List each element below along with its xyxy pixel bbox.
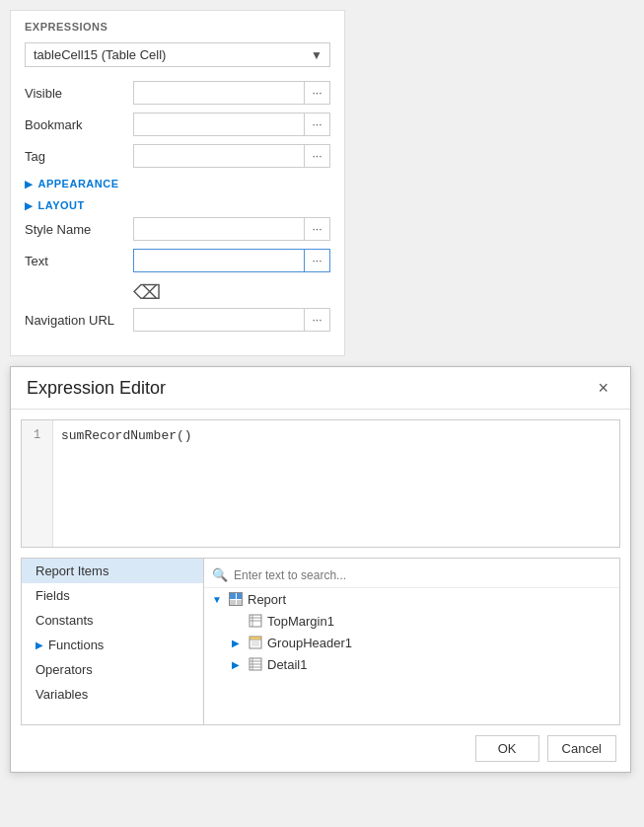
detail-expand-arrow-icon: ▶ <box>232 659 244 670</box>
tag-label: Tag <box>25 149 133 164</box>
code-content[interactable]: sumRecordNumber() <box>53 420 619 547</box>
stylename-label: Style Name <box>25 222 133 237</box>
appearance-section[interactable]: ▶ APPEARANCE <box>25 178 330 189</box>
report-label: Report <box>248 592 286 607</box>
tree-item-groupheader[interactable]: ▶ GroupHeader1 <box>224 632 619 653</box>
tag-ellipsis-button[interactable]: ··· <box>305 144 330 168</box>
dialog-title: Expression Editor <box>27 378 166 399</box>
stylename-input[interactable] <box>133 217 305 241</box>
list-item-variables[interactable]: Variables <box>22 682 203 707</box>
navurl-ellipsis-button[interactable]: ··· <box>305 308 330 332</box>
expression-editor-dialog: Expression Editor × 1 sumRecordNumber() … <box>10 366 631 773</box>
navurl-label: Navigation URL <box>25 313 133 328</box>
right-tree: 🔍 ▼ Report ▶ <box>204 559 619 724</box>
expressions-panel: EXPRESSIONS tableCell15 (Table Cell) ▼ V… <box>10 10 345 356</box>
appearance-arrow-icon: ▶ <box>25 179 34 189</box>
stylename-row: Style Name ··· <box>25 217 330 241</box>
expressions-title: EXPRESSIONS <box>25 21 330 33</box>
close-button[interactable]: × <box>592 377 614 399</box>
visible-ellipsis-button[interactable]: ··· <box>305 81 330 105</box>
code-editor: 1 sumRecordNumber() <box>21 419 620 548</box>
list-item-constants[interactable]: Constants <box>22 608 203 633</box>
stylename-ellipsis-button[interactable]: ··· <box>305 217 330 241</box>
tag-row: Tag ··· <box>25 144 330 168</box>
tree-item-detail[interactable]: ▶ Detail1 <box>224 653 619 675</box>
line-numbers: 1 <box>22 420 53 547</box>
search-icon: 🔍 <box>212 567 228 582</box>
search-row: 🔍 <box>204 563 619 588</box>
bookmark-input[interactable] <box>133 113 305 136</box>
layout-label: LAYOUT <box>38 199 85 211</box>
cursor-pointer-icon: ⌫ <box>133 281 161 303</box>
bookmark-row: Bookmark ··· <box>25 113 330 136</box>
layout-arrow-icon: ▶ <box>25 200 34 211</box>
text-row: Text ··· <box>25 249 330 272</box>
dialog-footer: OK Cancel <box>11 725 630 772</box>
table-cell-dropdown[interactable]: tableCell15 (Table Cell) <box>25 42 330 67</box>
groupheader-expand-arrow-icon: ▶ <box>232 638 244 648</box>
bottom-panel: Report Items Fields Constants ▶ Function… <box>21 558 620 725</box>
report-expand-arrow-icon: ▼ <box>212 594 224 605</box>
visible-label: Visible <box>25 86 133 101</box>
visible-input[interactable] <box>133 81 305 105</box>
dialog-header: Expression Editor × <box>11 367 630 410</box>
ok-button[interactable]: OK <box>475 735 539 762</box>
list-item-functions[interactable]: ▶ Functions <box>22 633 203 657</box>
text-input[interactable] <box>133 249 305 272</box>
functions-arrow-icon: ▶ <box>36 639 43 650</box>
navurl-row: Navigation URL ··· <box>25 308 330 332</box>
list-item-operators[interactable]: Operators <box>22 657 203 682</box>
groupheader-label: GroupHeader1 <box>267 636 352 650</box>
groupheader-icon <box>248 635 263 650</box>
visible-row: Visible ··· <box>25 81 330 105</box>
cancel-button[interactable]: Cancel <box>547 735 616 762</box>
tag-input[interactable] <box>133 144 305 168</box>
appearance-label: APPEARANCE <box>38 178 119 189</box>
left-list: Report Items Fields Constants ▶ Function… <box>22 559 204 724</box>
bookmark-ellipsis-button[interactable]: ··· <box>305 113 330 136</box>
dropdown-row: tableCell15 (Table Cell) ▼ <box>25 42 330 67</box>
dropdown-wrapper: tableCell15 (Table Cell) ▼ <box>25 42 330 67</box>
report-icon <box>228 591 244 607</box>
layout-section[interactable]: ▶ LAYOUT <box>25 199 330 211</box>
bookmark-label: Bookmark <box>25 117 133 132</box>
detail-icon <box>248 656 263 672</box>
text-ellipsis-button[interactable]: ··· <box>305 249 330 272</box>
tree-item-topmargin[interactable]: ▶ TopMargin1 <box>224 610 619 632</box>
text-label: Text <box>25 254 133 268</box>
topmargin-label: TopMargin1 <box>267 614 334 629</box>
navurl-input[interactable] <box>133 308 305 332</box>
svg-rect-9 <box>250 637 261 639</box>
topmargin-icon <box>248 613 263 629</box>
list-item-report-items[interactable]: Report Items <box>22 559 203 583</box>
tree-item-report[interactable]: ▼ Report <box>204 588 619 610</box>
list-item-fields[interactable]: Fields <box>22 583 203 608</box>
search-input[interactable] <box>234 568 611 582</box>
detail-label: Detail1 <box>267 657 307 672</box>
